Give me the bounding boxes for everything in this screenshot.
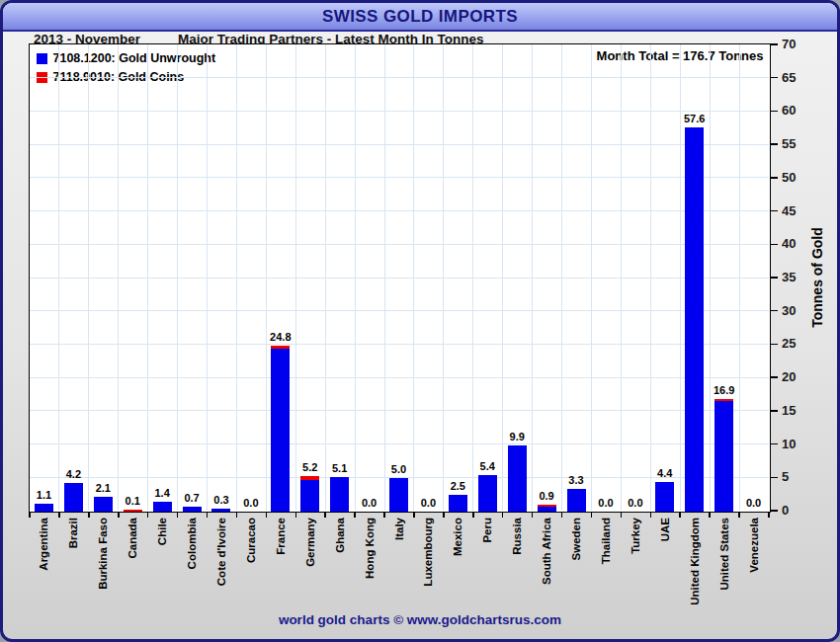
x-axis-tick — [443, 513, 445, 518]
bar-gold-unwrought — [211, 509, 230, 511]
legend: 7108.1200: Gold Unwrought 7118.9010: Gol… — [37, 49, 216, 87]
v-gridline — [118, 44, 119, 511]
page-title: SWISS GOLD IMPORTS — [322, 7, 518, 27]
y-axis-tick-label: 30 — [782, 303, 815, 318]
y-axis-tick-label: 55 — [782, 136, 815, 151]
x-axis-tick — [236, 513, 238, 518]
x-axis-tick — [621, 513, 623, 518]
x-axis-category-label: Sweden — [570, 518, 583, 560]
x-axis-category-label: Venezuela — [748, 518, 761, 573]
x-axis-tick — [561, 513, 563, 518]
bar-value-label: 2.1 — [78, 482, 127, 494]
x-axis-tick — [88, 513, 90, 518]
y-axis-tick-label: 70 — [782, 37, 815, 51]
y-axis-tick — [771, 376, 778, 378]
v-gridline — [413, 44, 414, 511]
x-axis-category-label: Argentina — [38, 518, 50, 571]
y-axis-tick — [771, 210, 778, 212]
x-axis-tick — [413, 513, 415, 518]
legend-swatch-blue — [37, 53, 47, 64]
chart-window: SWISS GOLD IMPORTS 2013 - November Major… — [0, 0, 840, 642]
v-gridline — [591, 44, 592, 511]
y-axis-tick — [771, 344, 778, 346]
bar-value-label: 0.0 — [226, 497, 276, 509]
x-axis-tick — [679, 513, 681, 518]
bar-gold-unwrought — [538, 507, 556, 511]
title-bar: SWISS GOLD IMPORTS — [3, 3, 837, 32]
legend-item-unwrought: 7108.1200: Gold Unwrought — [37, 49, 216, 68]
x-axis-category-label: Ghana — [334, 518, 347, 553]
y-axis-tick — [771, 277, 778, 279]
x-axis-tick — [118, 513, 120, 518]
x-axis-tick — [383, 513, 385, 518]
y-axis-tick — [771, 510, 778, 512]
x-axis-category-label: United Kingdom — [689, 518, 702, 605]
y-axis-tick — [771, 43, 778, 45]
bar-value-label: 5.1 — [315, 462, 365, 474]
bar-gold-unwrought — [300, 480, 319, 512]
bar-gold-unwrought — [35, 504, 53, 511]
v-gridline — [266, 44, 267, 511]
y-axis-tick-label: 5 — [782, 469, 815, 484]
y-axis-tick — [771, 244, 778, 246]
v-gridline — [295, 44, 296, 511]
bar-gold-unwrought — [478, 475, 497, 511]
y-axis-tick — [771, 477, 778, 479]
bar-gold-coins — [538, 505, 556, 507]
x-axis-category-label: Thailand — [600, 518, 613, 564]
h-gridline — [30, 244, 769, 245]
x-axis-tick — [768, 513, 770, 518]
v-gridline — [621, 44, 622, 511]
v-gridline — [147, 44, 148, 511]
x-axis-tick — [266, 513, 268, 518]
y-axis-tick — [771, 310, 778, 312]
x-axis-category-label: Cote d'Ivoire — [215, 518, 228, 586]
bar-value-label: 24.8 — [256, 331, 305, 343]
v-gridline — [561, 44, 562, 511]
bar-value-label: 5.4 — [462, 460, 512, 472]
x-axis-category-label: Brazil — [67, 518, 80, 548]
x-axis-tick — [502, 513, 504, 518]
bar-gold-unwrought — [655, 482, 674, 512]
x-axis-tick — [207, 513, 209, 518]
x-axis-tick — [738, 513, 740, 518]
v-gridline — [207, 44, 208, 511]
bar-value-label: 0.9 — [522, 490, 571, 502]
v-gridline — [650, 44, 651, 511]
x-axis-category-label: Mexico — [452, 518, 464, 556]
y-axis-tick-label: 45 — [782, 203, 815, 218]
v-gridline — [177, 44, 178, 511]
x-axis-tick — [295, 513, 297, 518]
v-gridline — [472, 44, 473, 511]
x-axis-category-label: Hong Kong — [364, 518, 377, 579]
bar-gold-coins — [271, 346, 290, 349]
x-axis-tick — [58, 513, 60, 518]
h-gridline — [30, 77, 769, 78]
bar-value-label: 0.0 — [345, 497, 394, 509]
v-gridline — [384, 44, 385, 511]
bar-value-label: 0.0 — [729, 497, 779, 509]
h-gridline — [30, 177, 769, 178]
v-gridline — [236, 44, 237, 511]
x-axis-category-label: UAE — [659, 518, 672, 541]
y-axis-tick-label: 20 — [782, 369, 815, 384]
y-axis-tick — [771, 111, 778, 113]
h-gridline — [30, 410, 769, 411]
y-axis-tick-label: 35 — [782, 270, 815, 284]
x-axis-category-label: Colombia — [186, 518, 199, 569]
h-gridline — [30, 344, 769, 345]
v-gridline — [739, 44, 740, 511]
x-axis-category-label: United States — [718, 518, 731, 591]
bar-value-label: 3.3 — [551, 474, 601, 486]
x-axis-tick — [354, 513, 356, 518]
bar-gold-unwrought — [685, 127, 704, 511]
bar-gold-unwrought — [449, 495, 467, 512]
bar-value-label: 2.5 — [433, 480, 482, 492]
x-axis-tick — [472, 513, 474, 518]
h-gridline — [30, 111, 769, 112]
v-gridline — [355, 44, 356, 511]
legend-label: 7108.1200: Gold Unwrought — [53, 51, 216, 65]
bar-value-label: 4.2 — [48, 468, 98, 480]
bar-value-label: 16.9 — [700, 384, 749, 396]
y-axis-tick-label: 10 — [782, 437, 815, 451]
